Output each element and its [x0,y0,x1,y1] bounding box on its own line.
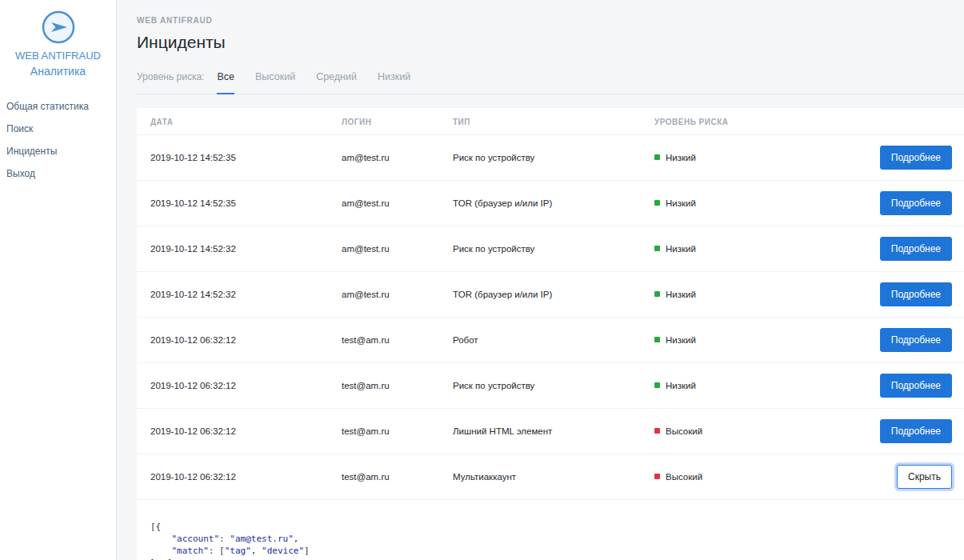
show-details-button[interactable]: Подробнее [880,374,952,398]
incident-risk: Низкий [648,363,840,409]
column-header: УРОВЕНЬ РИСКА [648,108,840,135]
incident-login: test@am.ru [335,454,446,500]
risk-dot [654,474,660,479]
code-line: "match": ["tag", "device"] [150,545,950,557]
show-details-button[interactable]: Подробнее [880,328,952,352]
risk-filter-bar: Уровень риска: ВсеВысокийСреднийНизкий [137,71,964,94]
incident-row: 2019-10-12 14:52:32am@test.ruTOR (браузе… [137,272,964,318]
sidebar-item-stats[interactable]: Общая статистика [0,95,116,118]
incident-login: am@test.ru [335,226,446,272]
incident-actions: Подробнее [840,135,964,181]
show-details-button[interactable]: Подробнее [880,237,952,261]
incident-actions: Подробнее [840,409,964,454]
code-line: "account": "am@test.ru", [150,533,950,545]
incident-actions: Подробнее [840,318,964,363]
code-line: [{ [150,521,950,533]
incident-login: test@am.ru [335,363,446,409]
show-details-button[interactable]: Подробнее [880,146,952,170]
incident-detail-json: [{ "account": "am@test.ru", "match": ["t… [150,521,950,560]
incident-row: 2019-10-12 14:52:32am@test.ruРиск по уст… [137,226,964,272]
incident-login: test@am.ru [335,318,446,363]
incident-login: am@test.ru [335,135,446,181]
incident-risk: Низкий [648,181,840,226]
incident-risk: Низкий [648,226,840,272]
brand-title: WEB ANTIFRAUD [0,50,116,62]
incident-date: 2019-10-12 06:32:12 [137,409,335,454]
app-root: WEB ANTIFRAUD Аналитика Общая статистика… [0,0,964,560]
incident-actions: Подробнее [840,272,964,318]
main-content: WEB ANTIFRAUD Инциденты Уровень риска: В… [117,0,964,560]
incident-date: 2019-10-12 14:52:35 [137,135,335,181]
incident-row: 2019-10-12 14:52:35am@test.ruРиск по уст… [137,135,964,181]
incident-type: Мультиаккаунт [446,454,648,500]
logo-icon [41,10,76,45]
incident-date: 2019-10-12 06:32:12 [137,318,335,363]
risk-label: Высокий [666,472,702,482]
sidebar-item-logout[interactable]: Выход [0,162,116,185]
incident-risk: Низкий [648,272,840,318]
incidents-table: ДАТАЛОГИНТИПУРОВЕНЬ РИСКА 2019-10-12 14:… [137,108,964,500]
incident-actions: Подробнее [840,226,964,272]
incidents-card: ДАТАЛОГИНТИПУРОВЕНЬ РИСКА 2019-10-12 14:… [137,108,964,560]
incident-risk: Высокий [648,454,840,500]
sidebar-menu: Общая статистикаПоискИнцидентыВыход [0,95,116,185]
risk-label: Низкий [666,198,696,208]
incident-type: Риск по устройству [446,135,648,181]
incident-date: 2019-10-12 06:32:12 [137,454,335,500]
show-details-button[interactable]: Подробнее [880,191,952,215]
incident-date: 2019-10-12 14:52:35 [137,181,335,226]
risk-dot [654,337,660,342]
column-header: ДАТА [137,108,335,135]
incident-login: am@test.ru [335,181,446,226]
show-details-button[interactable]: Подробнее [880,419,952,443]
hide-details-button[interactable]: Скрыть [897,465,952,489]
risk-label: Низкий [666,290,696,299]
risk-tab-high[interactable]: Высокий [255,71,295,94]
incident-actions: Подробнее [840,181,964,226]
risk-dot [654,382,660,388]
risk-tabs: ВсеВысокийСреднийНизкий [217,71,431,94]
show-details-button[interactable]: Подробнее [880,282,952,306]
incident-actions: Скрыть [840,454,964,500]
incident-type: Лишний HTML элемент [446,409,648,454]
incident-login: am@test.ru [335,272,446,318]
risk-label: Высокий [666,426,702,436]
risk-dot [654,246,660,251]
incident-row: 2019-10-12 06:32:12test@am.ruРиск по уст… [137,363,964,409]
risk-dot [654,200,660,206]
risk-label: Низкий [666,381,696,390]
incident-date: 2019-10-12 06:32:12 [137,363,335,409]
incident-type: TOR (браузер и/или IP) [446,181,648,226]
page-title: Инциденты [137,33,964,52]
incident-type: Риск по устройству [446,363,648,409]
risk-dot [654,291,660,297]
risk-tab-medium[interactable]: Средний [316,71,357,94]
sidebar-item-incidents[interactable]: Инциденты [0,140,116,162]
sidebar-item-search[interactable]: Поиск [0,118,116,140]
risk-label: Низкий [666,244,696,254]
incident-date: 2019-10-12 14:52:32 [137,272,335,318]
incident-type: TOR (браузер и/или IP) [446,272,648,318]
incident-login: test@am.ru [335,409,446,454]
sidebar: WEB ANTIFRAUD Аналитика Общая статистика… [0,0,117,560]
incident-row: 2019-10-12 06:32:12test@am.ruРоботНизкий… [137,318,964,363]
brand-subtitle: Аналитика [0,65,116,78]
table-header-row: ДАТАЛОГИНТИПУРОВЕНЬ РИСКА [137,108,964,135]
risk-tab-low[interactable]: Низкий [378,71,410,94]
incident-detail: [{ "account": "am@test.ru", "match": ["t… [137,500,964,560]
filter-label: Уровень риска: [137,71,204,94]
code-line: }, { [150,557,950,560]
incident-table-body: 2019-10-12 14:52:35am@test.ruРиск по уст… [137,135,964,500]
incident-type: Робот [446,318,648,363]
column-header: ТИП [446,108,648,135]
incident-row: 2019-10-12 14:52:35am@test.ruTOR (браузе… [137,181,964,226]
incident-row: 2019-10-12 06:32:12test@am.ruЛишний HTML… [137,409,964,454]
risk-tab-all[interactable]: Все [217,71,234,94]
risk-dot [654,428,660,434]
incident-risk: Низкий [648,318,840,363]
risk-label: Низкий [666,153,696,162]
brand: WEB ANTIFRAUD Аналитика [0,10,116,78]
column-header-actions [840,108,964,135]
column-header: ЛОГИН [335,108,446,135]
incident-date: 2019-10-12 14:52:32 [137,226,335,272]
